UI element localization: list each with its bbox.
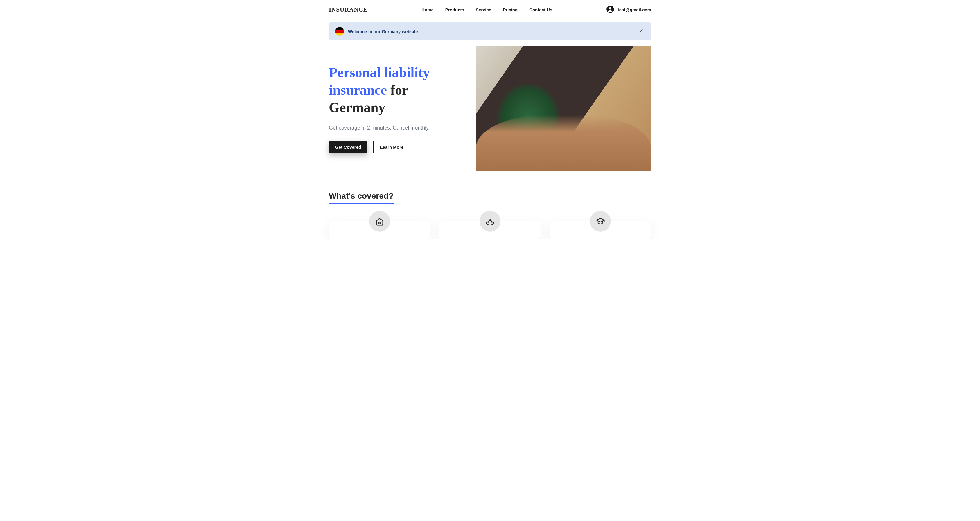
nav-home[interactable]: Home — [422, 7, 434, 12]
banner-message: Welcome to our Germany website — [348, 29, 418, 34]
hero-title-highlight: Personal liability insurance — [329, 65, 430, 98]
svg-point-5 — [380, 223, 381, 224]
nav-service[interactable]: Service — [476, 7, 491, 12]
coverage-card[interactable] — [550, 221, 651, 239]
nav-products[interactable]: Products — [445, 7, 464, 12]
learn-more-button[interactable]: Learn More — [373, 141, 410, 153]
germany-flag-icon — [335, 27, 344, 36]
get-covered-button[interactable]: Get Covered — [329, 141, 368, 153]
hero-subtitle: Get coverage in 2 minutes. Cancel monthl… — [329, 125, 464, 131]
svg-point-2 — [379, 222, 379, 223]
hero-section: Personal liability insurance for Germany… — [329, 46, 651, 171]
nav-contact[interactable]: Contact Us — [529, 7, 552, 12]
close-icon — [639, 29, 644, 35]
svg-point-4 — [379, 223, 379, 224]
locale-banner: Welcome to our Germany website — [329, 22, 651, 40]
coverage-card[interactable] — [439, 221, 541, 239]
svg-point-3 — [380, 222, 381, 223]
brand-logo[interactable]: INSURANCE — [329, 6, 368, 13]
home-icon — [369, 211, 390, 232]
user-icon — [606, 5, 614, 14]
bike-icon — [480, 211, 500, 232]
nav-pricing[interactable]: Pricing — [503, 7, 518, 12]
account-email: test@gmail.com — [618, 7, 651, 12]
covered-section-title: What's covered? — [329, 191, 394, 204]
graduation-cap-icon — [590, 211, 611, 232]
banner-close-button[interactable] — [638, 28, 645, 35]
svg-point-1 — [609, 7, 611, 9]
coverage-cards — [329, 221, 651, 239]
hero-image — [476, 46, 651, 171]
account-menu[interactable]: test@gmail.com — [606, 5, 651, 14]
main-nav: Home Products Service Pricing Contact Us — [422, 7, 552, 12]
site-header: INSURANCE Home Products Service Pricing … — [329, 0, 651, 19]
hero-title: Personal liability insurance for Germany — [329, 64, 464, 116]
coverage-card[interactable] — [329, 221, 430, 239]
